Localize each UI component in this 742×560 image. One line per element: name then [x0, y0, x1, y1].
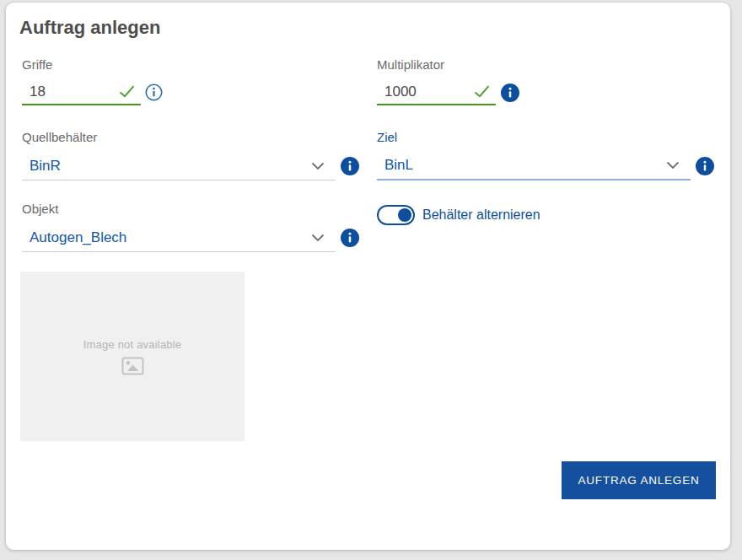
multiplikator-input[interactable]: 1000 — [377, 79, 496, 105]
info-icon[interactable] — [501, 83, 519, 102]
toggle-knob — [398, 208, 411, 222]
ziel-select[interactable]: BinL — [377, 152, 691, 180]
quellbehaelter-label: Quellbehälter — [22, 130, 359, 145]
info-icon[interactable] — [696, 157, 714, 175]
auftrag-card: Auftrag anlegen Griffe 18 Multiplikator … — [6, 3, 730, 550]
behaelter-alternieren-row: Behälter alternieren — [377, 205, 540, 225]
field-multiplikator: Multiplikator 1000 — [377, 57, 519, 105]
info-icon[interactable] — [145, 83, 163, 101]
object-image-placeholder: Image not available — [20, 272, 245, 441]
ziel-label: Ziel — [377, 130, 714, 145]
chevron-down-icon — [311, 234, 325, 242]
multiplikator-value: 1000 — [384, 83, 417, 100]
behaelter-alternieren-label: Behälter alternieren — [422, 207, 540, 223]
chevron-down-icon — [666, 161, 680, 170]
info-icon[interactable] — [341, 229, 359, 247]
griffe-input[interactable]: 18 — [22, 79, 141, 105]
objekt-value: Autogen_Blech — [30, 229, 126, 246]
multiplikator-label: Multiplikator — [377, 57, 519, 73]
auftrag-anlegen-button[interactable]: AUFTRAG ANLEGEN — [562, 461, 716, 499]
behaelter-alternieren-toggle[interactable] — [377, 205, 415, 225]
griffe-label: Griffe — [22, 57, 163, 73]
ziel-value: BinL — [384, 157, 413, 174]
griffe-value: 18 — [30, 83, 46, 100]
image-not-available-text: Image not available — [83, 338, 182, 351]
field-griffe: Griffe 18 — [22, 57, 163, 105]
image-icon — [121, 357, 144, 375]
objekt-label: Objekt — [22, 202, 359, 217]
field-quellbehaelter: Quellbehälter BinR — [22, 130, 359, 180]
objekt-select[interactable]: Autogen_Blech — [22, 223, 336, 252]
check-icon — [119, 85, 135, 98]
quellbehaelter-select[interactable]: BinR — [22, 152, 336, 180]
field-objekt: Objekt Autogen_Blech — [22, 202, 359, 252]
check-icon — [474, 85, 490, 98]
field-ziel: Ziel BinL — [377, 130, 714, 180]
info-icon[interactable] — [341, 157, 359, 175]
quellbehaelter-value: BinR — [30, 158, 61, 175]
page-title: Auftrag anlegen — [19, 17, 160, 39]
chevron-down-icon — [311, 162, 325, 170]
